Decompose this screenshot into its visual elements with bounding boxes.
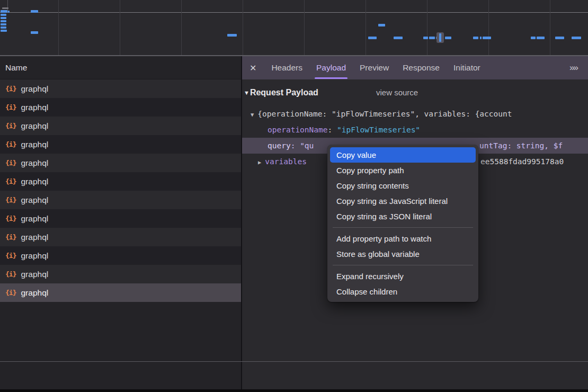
menu-item-copy-property-path[interactable]: Copy property path bbox=[330, 163, 476, 178]
request-timing-bar[interactable] bbox=[445, 37, 451, 39]
request-row-graphql[interactable]: {i}graphql bbox=[0, 265, 241, 283]
request-timing-bar[interactable] bbox=[572, 37, 581, 39]
property-key: operationName bbox=[268, 126, 328, 134]
selected-request-marker[interactable] bbox=[436, 32, 444, 43]
json-braces-icon: {i} bbox=[5, 178, 16, 185]
requests-list-panel: Name {i}graphql{i}graphql{i}graphql{i}gr… bbox=[0, 56, 241, 389]
menu-item-copy-string-as-javascript-literal[interactable]: Copy string as JavaScript literal bbox=[330, 193, 476, 209]
property-value-continued: ee5588fdad995178a0 bbox=[480, 154, 564, 170]
request-timing-bar[interactable] bbox=[473, 37, 478, 39]
collapse-arrow-icon[interactable]: ▼ bbox=[244, 90, 250, 96]
request-name-label: graphql bbox=[21, 158, 48, 168]
request-timing-bar[interactable] bbox=[8, 11, 10, 13]
request-timing-bar[interactable] bbox=[1, 10, 7, 13]
request-row-graphql[interactable]: {i}graphql bbox=[0, 246, 241, 265]
more-tabs-icon[interactable]: »» bbox=[569, 63, 588, 73]
request-name-label: graphql bbox=[21, 140, 48, 149]
tab-payload[interactable]: Payload bbox=[309, 56, 353, 79]
request-row-graphql[interactable]: {i}graphql bbox=[0, 79, 241, 98]
request-timing-bar[interactable] bbox=[31, 31, 38, 34]
view-source-link[interactable]: view source bbox=[376, 79, 418, 106]
request-timing-bar[interactable] bbox=[537, 37, 545, 39]
property-value-start: "qu bbox=[300, 141, 314, 150]
timeline-gridline bbox=[181, 0, 182, 55]
request-timing-bar[interactable] bbox=[368, 37, 377, 39]
request-name-label: graphql bbox=[21, 103, 48, 112]
request-row-graphql[interactable]: {i}graphql bbox=[0, 98, 241, 117]
timeline-gridline bbox=[58, 0, 59, 55]
menu-item-copy-value[interactable]: Copy value bbox=[330, 147, 476, 163]
operation-name-row[interactable]: operationName: "ipFlowTimeseries" bbox=[242, 122, 588, 138]
request-timing-bar[interactable] bbox=[378, 24, 385, 26]
menu-item-copy-string-as-json-literal[interactable]: Copy string as JSON literal bbox=[330, 209, 476, 224]
tab-initiator[interactable]: Initiator bbox=[447, 56, 487, 79]
menu-item-add-property-path-to-watch[interactable]: Add property path to watch bbox=[330, 231, 476, 246]
menu-item-expand-recursively[interactable]: Expand recursively bbox=[330, 269, 476, 284]
property-key: variables bbox=[265, 157, 307, 166]
timeline-row-divider bbox=[0, 12, 588, 13]
request-timing-bar[interactable] bbox=[1, 26, 6, 29]
property-key: query bbox=[268, 141, 291, 150]
tab-headers[interactable]: Headers bbox=[264, 56, 309, 79]
expanded-arrow-icon[interactable]: ▼ bbox=[251, 111, 254, 118]
collapsed-arrow-icon[interactable]: ▶ bbox=[258, 159, 261, 165]
request-timing-bar[interactable] bbox=[531, 37, 536, 39]
colon: : bbox=[291, 141, 300, 150]
request-timing-bar[interactable] bbox=[480, 37, 482, 39]
json-braces-icon: {i} bbox=[5, 122, 16, 129]
request-timing-bar-gray[interactable] bbox=[2, 7, 8, 9]
request-timing-bar[interactable] bbox=[1, 14, 6, 16]
property-value: "ipFlowTimeseries" bbox=[337, 126, 420, 134]
name-column-header[interactable]: Name bbox=[0, 56, 241, 79]
json-braces-icon: {i} bbox=[5, 159, 16, 166]
request-name-label: graphql bbox=[21, 233, 48, 242]
request-timing-bar[interactable] bbox=[227, 34, 237, 37]
request-timing-bar[interactable] bbox=[483, 37, 491, 39]
request-timing-bar[interactable] bbox=[423, 37, 428, 39]
request-row-graphql[interactable]: {i}graphql bbox=[0, 117, 241, 135]
request-timing-bar[interactable] bbox=[31, 10, 38, 13]
request-name-label: graphql bbox=[21, 84, 48, 94]
request-timing-bar[interactable] bbox=[1, 23, 6, 25]
network-overview-timeline[interactable] bbox=[0, 0, 588, 56]
json-braces-icon: {i} bbox=[5, 289, 16, 296]
request-row-graphql[interactable]: {i}graphql bbox=[0, 228, 241, 246]
selected-request-marker-bar bbox=[439, 33, 441, 42]
request-timing-bar[interactable] bbox=[1, 20, 6, 22]
timeline-gridline bbox=[304, 0, 305, 55]
request-timing-bar[interactable] bbox=[1, 30, 7, 32]
menu-item-copy-string-contents[interactable]: Copy string contents bbox=[330, 178, 476, 193]
json-braces-icon: {i} bbox=[5, 141, 16, 148]
tab-response[interactable]: Response bbox=[396, 56, 447, 79]
payload-root-row[interactable]: ▼{operationName: "ipFlowTimeseries", var… bbox=[242, 106, 588, 122]
request-timing-bar[interactable] bbox=[429, 37, 435, 39]
request-row-graphql[interactable]: {i}graphql bbox=[0, 191, 241, 209]
json-braces-icon: {i} bbox=[5, 197, 16, 203]
request-timing-bar[interactable] bbox=[555, 37, 564, 39]
request-payload-section-header: ▼ Request Payload view source bbox=[242, 79, 588, 106]
timeline-gridline bbox=[488, 0, 489, 55]
request-row-graphql[interactable]: {i}graphql bbox=[0, 283, 241, 302]
details-tabbar: ✕ HeadersPayloadPreviewResponseInitiator… bbox=[242, 56, 588, 79]
timeline-gridline bbox=[427, 0, 427, 55]
request-timing-bar[interactable] bbox=[1, 17, 6, 19]
request-row-graphql[interactable]: {i}graphql bbox=[0, 154, 241, 172]
section-title: Request Payload bbox=[250, 88, 318, 97]
timeline-gridline bbox=[120, 0, 120, 55]
json-braces-icon: {i} bbox=[5, 85, 16, 92]
request-row-graphql[interactable]: {i}graphql bbox=[0, 172, 241, 191]
request-timing-bar[interactable] bbox=[394, 37, 403, 39]
request-name-label: graphql bbox=[21, 288, 48, 298]
menu-item-collapse-children[interactable]: Collapse children bbox=[330, 284, 476, 299]
menu-separator bbox=[333, 265, 473, 265]
colon: : bbox=[328, 126, 337, 134]
tab-preview[interactable]: Preview bbox=[353, 56, 396, 79]
close-icon[interactable]: ✕ bbox=[242, 63, 264, 73]
request-row-graphql[interactable]: {i}graphql bbox=[0, 135, 241, 154]
request-name-label: graphql bbox=[21, 270, 48, 279]
property-value-continued: untTag: string, $f bbox=[479, 138, 563, 154]
menu-item-store-as-global-variable[interactable]: Store as global variable bbox=[330, 246, 476, 262]
context-menu: Copy valueCopy property pathCopy string … bbox=[327, 145, 478, 302]
window-bottom-edge bbox=[0, 389, 588, 392]
request-row-graphql[interactable]: {i}graphql bbox=[0, 209, 241, 228]
